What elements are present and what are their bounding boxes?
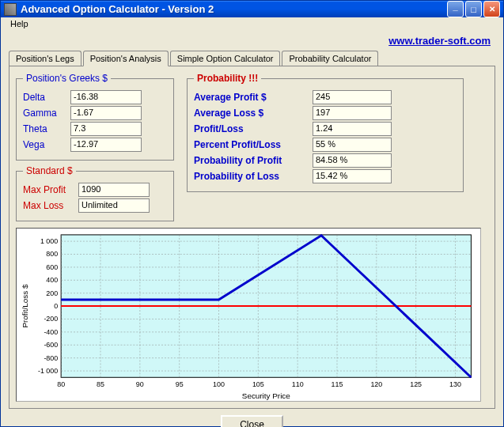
probability-legend: Probability !!! xyxy=(194,73,261,84)
svg-text:800: 800 xyxy=(46,250,58,258)
app-window: Advanced Option Calculator - Version 2 H… xyxy=(0,0,504,427)
svg-text:-800: -800 xyxy=(44,354,58,362)
avgprofit-value: 245 xyxy=(313,90,392,104)
app-icon xyxy=(4,3,17,16)
ploss-label: Probability of Loss xyxy=(194,171,313,182)
svg-text:600: 600 xyxy=(46,263,58,271)
close-button[interactable]: Close xyxy=(221,415,283,427)
close-window-button[interactable] xyxy=(483,1,500,17)
svg-text:0: 0 xyxy=(54,302,58,310)
window-controls xyxy=(447,1,500,17)
menu-help[interactable]: Help xyxy=(6,17,33,30)
pprofit-value: 84.58 % xyxy=(313,153,392,168)
theta-value: 7.3 xyxy=(70,122,142,136)
standard-legend: Standard $ xyxy=(23,165,76,176)
avgloss-label: Average Loss $ xyxy=(194,108,313,119)
content-area: www.trader-soft.com Position's Legs Posi… xyxy=(1,30,503,427)
vega-label: Vega xyxy=(23,139,70,150)
svg-text:120: 120 xyxy=(370,380,382,388)
tab-panel-analysis: Position's Greeks $ Delta-16.38 Gamma-1.… xyxy=(9,66,495,409)
gamma-label: Gamma xyxy=(23,108,70,119)
titlebar: Advanced Option Calculator - Version 2 xyxy=(1,1,503,17)
svg-text:115: 115 xyxy=(332,380,343,388)
pl-chart: 80859095100105110115120125130-1 000-800-… xyxy=(16,228,481,402)
svg-text:1 000: 1 000 xyxy=(40,237,58,245)
greeks-legend: Position's Greeks $ xyxy=(23,73,111,84)
avgloss-value: 197 xyxy=(313,106,392,120)
svg-text:80: 80 xyxy=(57,380,65,388)
svg-text:Security Price: Security Price xyxy=(242,391,291,400)
trader-soft-link[interactable]: www.trader-soft.com xyxy=(388,35,491,47)
svg-text:-600: -600 xyxy=(44,341,58,349)
maxprofit-value: 1090 xyxy=(78,183,150,197)
minimize-button[interactable] xyxy=(447,1,464,17)
gamma-value: -1.67 xyxy=(70,106,142,120)
pprofit-label: Probability of Profit xyxy=(194,155,313,166)
tab-positions-legs[interactable]: Position's Legs xyxy=(9,51,81,66)
svg-text:-1 000: -1 000 xyxy=(38,367,58,375)
delta-label: Delta xyxy=(23,92,70,103)
tab-positions-analysis[interactable]: Position's Analysis xyxy=(83,51,169,66)
svg-text:105: 105 xyxy=(252,380,264,388)
standard-group: Standard $ Max Profit1090 Max LossUnlimi… xyxy=(16,165,174,221)
pl-value: 1.24 xyxy=(313,122,392,136)
svg-text:125: 125 xyxy=(410,380,422,388)
svg-text:Profit/Loss $: Profit/Loss $ xyxy=(21,284,29,327)
tab-strip: Position's Legs Position's Analysis Simp… xyxy=(9,50,495,66)
probability-group: Probability !!! Average Profit $245 Aver… xyxy=(187,73,464,192)
svg-text:400: 400 xyxy=(46,276,58,284)
svg-text:95: 95 xyxy=(176,380,184,388)
svg-text:130: 130 xyxy=(449,380,461,388)
vega-value: -12.97 xyxy=(70,138,142,152)
pctpl-label: Percent Profit/Loss xyxy=(194,139,313,150)
tab-probability-calc[interactable]: Probability Calculator xyxy=(282,51,378,66)
svg-text:85: 85 xyxy=(97,380,104,388)
svg-text:110: 110 xyxy=(292,380,304,388)
menubar: Help xyxy=(1,17,503,30)
pl-label: Profit/Loss xyxy=(194,123,313,134)
theta-label: Theta xyxy=(23,123,70,134)
svg-text:100: 100 xyxy=(213,380,225,388)
maximize-button[interactable] xyxy=(465,1,482,17)
greeks-group: Position's Greeks $ Delta-16.38 Gamma-1.… xyxy=(16,73,174,161)
delta-value: -16.38 xyxy=(70,90,142,104)
tab-simple-option-calc[interactable]: Simple Option Calculator xyxy=(170,51,281,66)
avgprofit-label: Average Profit $ xyxy=(194,92,313,103)
maxprofit-label: Max Profit xyxy=(23,184,78,195)
pctpl-value: 55 % xyxy=(313,138,392,152)
ploss-value: 15.42 % xyxy=(313,169,392,183)
window-title: Advanced Option Calculator - Version 2 xyxy=(21,3,447,15)
svg-text:-400: -400 xyxy=(44,328,58,336)
svg-text:-200: -200 xyxy=(44,315,58,323)
maxloss-value: Unlimited xyxy=(78,198,150,213)
maxloss-label: Max Loss xyxy=(23,200,78,211)
svg-text:90: 90 xyxy=(136,380,144,388)
svg-text:200: 200 xyxy=(46,289,58,297)
